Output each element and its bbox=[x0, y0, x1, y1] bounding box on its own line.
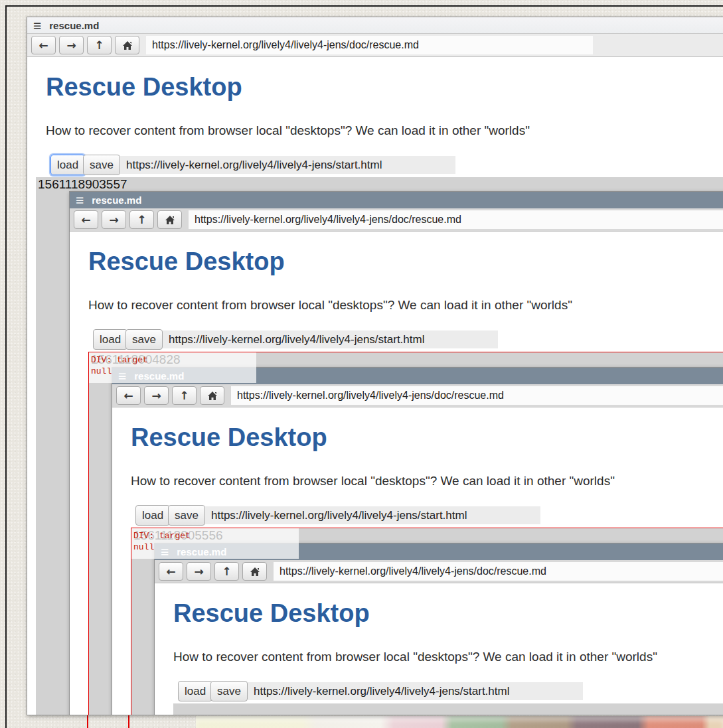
debug-target-text: DIV: target null bbox=[91, 354, 148, 377]
doc-heading: Rescue Desktop bbox=[131, 423, 327, 452]
home-button[interactable] bbox=[200, 386, 224, 405]
load-button[interactable]: load bbox=[135, 505, 170, 526]
embedded-desktop-container bbox=[173, 703, 723, 715]
home-icon bbox=[250, 567, 260, 577]
home-button[interactable] bbox=[242, 562, 267, 581]
load-button[interactable]: load bbox=[178, 681, 212, 701]
up-button[interactable]: ↑ bbox=[87, 36, 112, 54]
up-button[interactable]: ↑ bbox=[214, 562, 239, 581]
forward-button[interactable]: → bbox=[187, 562, 211, 581]
debug-target-text: DIV: target null bbox=[133, 530, 191, 553]
forward-icon: → bbox=[66, 38, 76, 52]
save-button[interactable]: save bbox=[125, 329, 163, 350]
menu-icon[interactable]: ≡ bbox=[76, 192, 84, 208]
rescue-window-level-1: ≡ rescue.md ← → ↑ Rescue Desktop How to … bbox=[27, 17, 723, 715]
drop-target-container: 1561118905556 ≡ rescue.md ← bbox=[131, 528, 723, 715]
rescue-window-level-3: ≡ rescue.md ← → ↑ Rescue D bbox=[112, 367, 723, 715]
browser-navbar: ← → ↑ bbox=[155, 560, 723, 583]
menu-icon[interactable]: ≡ bbox=[33, 18, 41, 33]
back-button[interactable]: ← bbox=[116, 386, 141, 405]
forward-button[interactable]: → bbox=[59, 36, 84, 54]
start-url-input[interactable] bbox=[163, 330, 498, 348]
load-button[interactable]: load bbox=[93, 329, 127, 350]
back-button[interactable]: ← bbox=[159, 562, 183, 581]
back-icon: ← bbox=[39, 38, 48, 52]
window-titlebar[interactable]: ≡ rescue.md bbox=[27, 17, 723, 34]
forward-icon: → bbox=[109, 213, 118, 226]
doc-paragraph: How to recover content from browser loca… bbox=[131, 474, 615, 488]
forward-icon: → bbox=[194, 565, 203, 578]
forward-button[interactable]: → bbox=[144, 386, 169, 405]
document-content: Rescue Desktop How to recover content fr… bbox=[27, 57, 723, 715]
back-button[interactable]: ← bbox=[74, 210, 98, 229]
browser-navbar: ← → ↑ bbox=[112, 384, 723, 407]
document-content: Rescue Desktop How to recover content fr… bbox=[112, 407, 723, 715]
window-title: rescue.md bbox=[49, 20, 99, 31]
up-button[interactable]: ↑ bbox=[172, 386, 197, 405]
up-icon: ↑ bbox=[137, 213, 146, 226]
desktop-timestamp: 1561118903557 bbox=[38, 177, 127, 192]
home-icon bbox=[207, 391, 218, 401]
save-button[interactable]: save bbox=[210, 681, 248, 701]
home-icon bbox=[122, 40, 133, 50]
home-button[interactable] bbox=[115, 36, 139, 54]
browser-navbar: ← → ↑ bbox=[27, 34, 723, 57]
window-title: rescue.md bbox=[92, 194, 141, 206]
up-icon: ↑ bbox=[179, 389, 189, 402]
page-frame-left bbox=[5, 5, 7, 728]
start-url-input[interactable] bbox=[248, 682, 583, 700]
address-input[interactable] bbox=[274, 562, 723, 581]
start-url-input[interactable] bbox=[120, 156, 455, 174]
doc-heading: Rescue Desktop bbox=[173, 599, 370, 628]
forward-button[interactable]: → bbox=[102, 210, 126, 229]
window-titlebar[interactable]: ≡ rescue.md bbox=[70, 192, 723, 208]
start-url-input[interactable] bbox=[205, 506, 540, 524]
up-button[interactable]: ↑ bbox=[129, 210, 154, 229]
drop-target-border-left-level2 bbox=[87, 715, 88, 728]
back-icon: ← bbox=[166, 565, 175, 578]
drop-target-container: 1561118904828 ≡ rescue.md ← → ↑ bbox=[88, 352, 723, 715]
doc-heading: Rescue Desktop bbox=[46, 73, 242, 102]
back-icon: ← bbox=[123, 389, 133, 402]
drop-target-border-left-level3 bbox=[128, 715, 129, 728]
address-input[interactable] bbox=[146, 36, 593, 54]
rescue-window-level-4: ≡ rescue.md ← → ↑ bbox=[154, 543, 723, 715]
up-icon: ↑ bbox=[222, 565, 231, 578]
page-frame-top bbox=[5, 5, 723, 7]
home-icon bbox=[165, 215, 175, 225]
back-icon: ← bbox=[81, 213, 90, 226]
document-content: Rescue Desktop How to recover content fr… bbox=[70, 232, 723, 715]
back-button[interactable]: ← bbox=[31, 36, 56, 54]
candy-background-image bbox=[196, 716, 723, 728]
save-button[interactable]: save bbox=[83, 155, 120, 175]
doc-paragraph: How to recover content from browser loca… bbox=[46, 123, 530, 138]
rescue-window-level-2: ≡ rescue.md ← → ↑ Rescue Desktop How to … bbox=[69, 191, 723, 715]
doc-heading: Rescue Desktop bbox=[88, 248, 285, 276]
up-icon: ↑ bbox=[94, 38, 104, 52]
address-input[interactable] bbox=[231, 386, 723, 405]
load-button[interactable]: load bbox=[50, 155, 85, 175]
document-content: Rescue Desktop How to recover content fr… bbox=[155, 583, 723, 715]
doc-paragraph: How to recover content from browser loca… bbox=[173, 650, 657, 664]
browser-navbar: ← → ↑ bbox=[70, 208, 723, 232]
doc-paragraph: How to recover content from browser loca… bbox=[88, 298, 572, 313]
embedded-desktop-container: 1561118903557 ≡ rescue.md ← → ↑ Rescue D… bbox=[36, 177, 723, 715]
home-button[interactable] bbox=[157, 210, 182, 229]
forward-icon: → bbox=[151, 389, 161, 402]
save-button[interactable]: save bbox=[168, 505, 205, 526]
address-input[interactable] bbox=[189, 210, 723, 229]
